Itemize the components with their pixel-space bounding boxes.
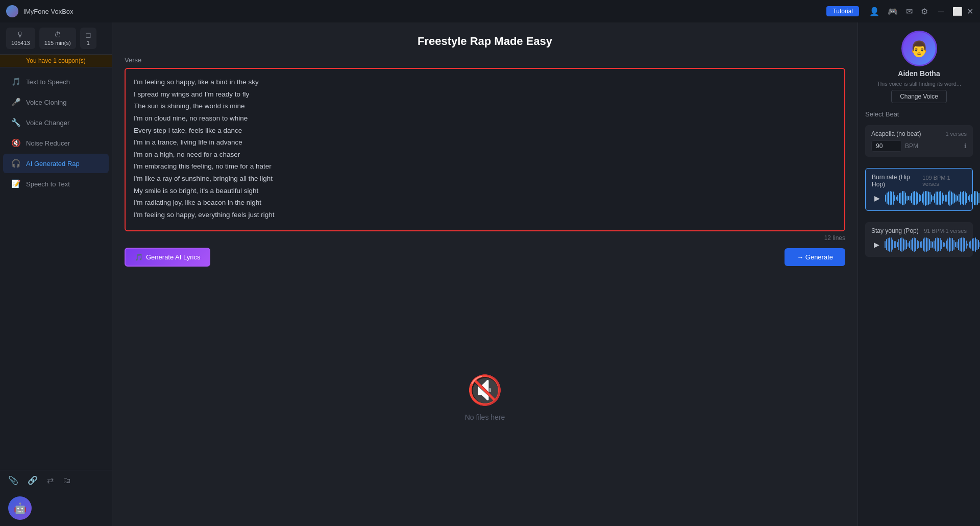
generate-button[interactable]: → Generate bbox=[785, 248, 845, 266]
stt-label: Speech to Text bbox=[26, 180, 70, 188]
mail-icon[interactable]: ✉ bbox=[906, 7, 913, 16]
lyrics-btn-label: Generate AI Lyrics bbox=[146, 253, 200, 261]
sidebar-item-voice-changer[interactable]: 🔧 Voice Changer bbox=[3, 113, 109, 132]
lyrics-btn-icon: 🎵 bbox=[135, 253, 143, 261]
beat-acapella-meta: 1 verses bbox=[945, 131, 967, 137]
settings-icon[interactable]: ⚙ bbox=[921, 7, 928, 16]
burn-rate-play-button[interactable]: ▶ bbox=[872, 193, 882, 203]
action-bar: 🎵 Generate AI Lyrics → Generate bbox=[125, 248, 845, 267]
chatbot-area[interactable]: 🤖 bbox=[0, 490, 112, 526]
beat-burn-rate[interactable]: Burn rate (Hip Hop) 109 BPM·1 verses ▶ bbox=[865, 168, 973, 211]
swap-icon[interactable]: ⇄ bbox=[47, 475, 54, 485]
beat-burn-rate-meta: 109 BPM·1 verses bbox=[922, 175, 966, 187]
generate-btn-label: → Generate bbox=[797, 253, 833, 261]
stay-young-wave-bars bbox=[885, 237, 980, 252]
changer-label: Voice Changer bbox=[26, 119, 69, 127]
beat-burn-rate-waveform: ▶ bbox=[872, 191, 966, 205]
coupon-bar: You have 1 coupon(s) bbox=[0, 55, 112, 67]
sidebar-item-ai-generated-rap[interactable]: 🎧 AI Generated Rap bbox=[3, 154, 109, 173]
beat-burn-rate-name: Burn rate (Hip Hop) bbox=[872, 174, 922, 188]
beat-stay-young-header: Stay young (Pop) 91 BPM·1 verses bbox=[871, 227, 967, 234]
voice-subtitle: This voice is still finding its word... bbox=[877, 81, 961, 87]
chars-value: 105413 bbox=[11, 40, 30, 46]
controller-icon[interactable]: 🎮 bbox=[888, 7, 898, 16]
stat-minutes: ⏱ 115 min(s) bbox=[39, 28, 76, 49]
center-panel: Freestyle Rap Made Easy Verse I'm feelin… bbox=[112, 22, 857, 526]
burn-rate-wave-bars bbox=[885, 191, 980, 205]
beat-stay-young-name: Stay young (Pop) bbox=[871, 227, 919, 234]
right-panel: 👨 Aiden Botha This voice is still findin… bbox=[857, 22, 980, 526]
beat-burn-rate-header: Burn rate (Hip Hop) 109 BPM·1 verses bbox=[872, 174, 966, 188]
bpm-label: BPM bbox=[905, 142, 918, 150]
lyrics-box[interactable]: I'm feeling so happy, like a bird in the… bbox=[125, 68, 845, 231]
sidebar-item-voice-cloning[interactable]: 🎤 Voice Cloning bbox=[3, 92, 109, 112]
no-files-icon: 🔇 bbox=[467, 373, 503, 407]
beat-acapella[interactable]: Acapella (no beat) 1 verses BPM ℹ bbox=[865, 125, 973, 157]
tts-icon: 🎵 bbox=[11, 77, 21, 86]
stat-count: ◻ 1 bbox=[80, 28, 96, 49]
clone-label: Voice Cloning bbox=[26, 99, 67, 106]
count-value: 1 bbox=[87, 40, 90, 46]
app-logo bbox=[6, 5, 18, 17]
attach-icon[interactable]: 📎 bbox=[8, 475, 18, 485]
rap-icon: 🎧 bbox=[11, 159, 21, 168]
sidebar-item-noise-reducer[interactable]: 🔇 Noise Reducer bbox=[3, 133, 109, 153]
tts-label: Text to Speech bbox=[26, 78, 70, 86]
nav-items: 🎵 Text to Speech 🎤 Voice Cloning 🔧 Voice… bbox=[0, 67, 112, 470]
minutes-value: 115 min(s) bbox=[44, 40, 71, 46]
user-icon[interactable]: 👤 bbox=[869, 7, 879, 16]
select-beat-label: Select Beat bbox=[865, 110, 973, 118]
minimize-button[interactable]: ─ bbox=[938, 8, 945, 15]
sidebar-item-text-to-speech[interactable]: 🎵 Text to Speech bbox=[3, 72, 109, 91]
lines-count: 12 lines bbox=[125, 234, 845, 242]
bpm-input[interactable] bbox=[871, 140, 902, 152]
no-files-area: 🔇 No files here bbox=[125, 277, 845, 518]
sidebar: 🎙 105413 ⏱ 115 min(s) ◻ 1 You have 1 cou… bbox=[0, 22, 112, 526]
rap-label: AI Generated Rap bbox=[26, 160, 80, 168]
changer-icon: 🔧 bbox=[11, 118, 21, 127]
count-icon: ◻ bbox=[85, 31, 91, 39]
generate-lyrics-button[interactable]: 🎵 Generate AI Lyrics bbox=[125, 248, 210, 267]
chars-icon: 🎙 bbox=[17, 31, 24, 39]
stt-icon: 📝 bbox=[11, 179, 21, 188]
beat-stay-young-meta: 91 BPM·1 verses bbox=[924, 228, 967, 234]
voice-name: Aiden Botha bbox=[898, 69, 940, 78]
voice-avatar: 👨 bbox=[901, 31, 937, 66]
bpm-info-icon[interactable]: ℹ bbox=[964, 142, 967, 150]
voice-card: 👨 Aiden Botha This voice is still findin… bbox=[865, 31, 973, 103]
page-title: Freestyle Rap Made Easy bbox=[125, 35, 845, 48]
close-button[interactable]: ✕ bbox=[967, 8, 974, 15]
maximize-button[interactable]: ⬜ bbox=[952, 8, 960, 15]
verse-label: Verse bbox=[125, 56, 845, 64]
no-files-text: No files here bbox=[465, 413, 505, 421]
sidebar-stats: 🎙 105413 ⏱ 115 min(s) ◻ 1 bbox=[0, 22, 112, 55]
sidebar-bottom: 📎 🔗 ⇄ 🗂 bbox=[0, 470, 112, 490]
beat-acapella-header: Acapella (no beat) 1 verses bbox=[871, 130, 967, 137]
titlebar: iMyFone VoxBox Tutorial 👤 🎮 ✉ ⚙ ─ ⬜ ✕ bbox=[0, 0, 980, 22]
folder-icon[interactable]: 🗂 bbox=[63, 476, 71, 485]
bpm-row: BPM ℹ bbox=[871, 140, 967, 152]
sidebar-item-speech-to-text[interactable]: 📝 Speech to Text bbox=[3, 174, 109, 194]
minutes-icon: ⏱ bbox=[54, 31, 61, 39]
change-voice-button[interactable]: Change Voice bbox=[891, 90, 947, 103]
clone-icon: 🎤 bbox=[11, 98, 21, 107]
stay-young-play-button[interactable]: ▶ bbox=[871, 240, 881, 250]
app-title: iMyFone VoxBox bbox=[23, 8, 821, 15]
chatbot-icon: 🤖 bbox=[8, 496, 32, 520]
link-icon[interactable]: 🔗 bbox=[28, 475, 38, 485]
beat-stay-young-waveform: ▶ bbox=[871, 237, 967, 252]
stat-chars: 🎙 105413 bbox=[6, 28, 35, 49]
main-content: Freestyle Rap Made Easy Verse I'm feelin… bbox=[112, 22, 980, 526]
noise-icon: 🔇 bbox=[11, 138, 21, 148]
beat-stay-young[interactable]: Stay young (Pop) 91 BPM·1 verses ▶ bbox=[865, 222, 973, 257]
beat-acapella-name: Acapella (no beat) bbox=[871, 130, 921, 137]
tutorial-button[interactable]: Tutorial bbox=[826, 6, 859, 16]
noise-label: Noise Reducer bbox=[26, 139, 70, 147]
